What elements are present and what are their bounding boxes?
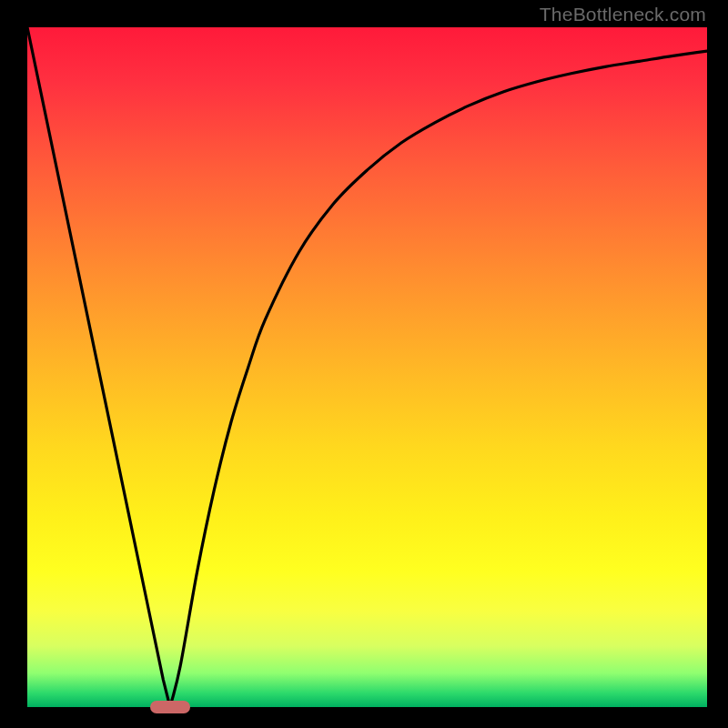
bottleneck-curve xyxy=(27,27,707,707)
plot-area xyxy=(27,27,707,707)
optimal-marker xyxy=(150,701,190,713)
watermark-text: TheBottleneck.com xyxy=(540,4,706,25)
chart-frame: TheBottleneck.com xyxy=(0,0,728,728)
